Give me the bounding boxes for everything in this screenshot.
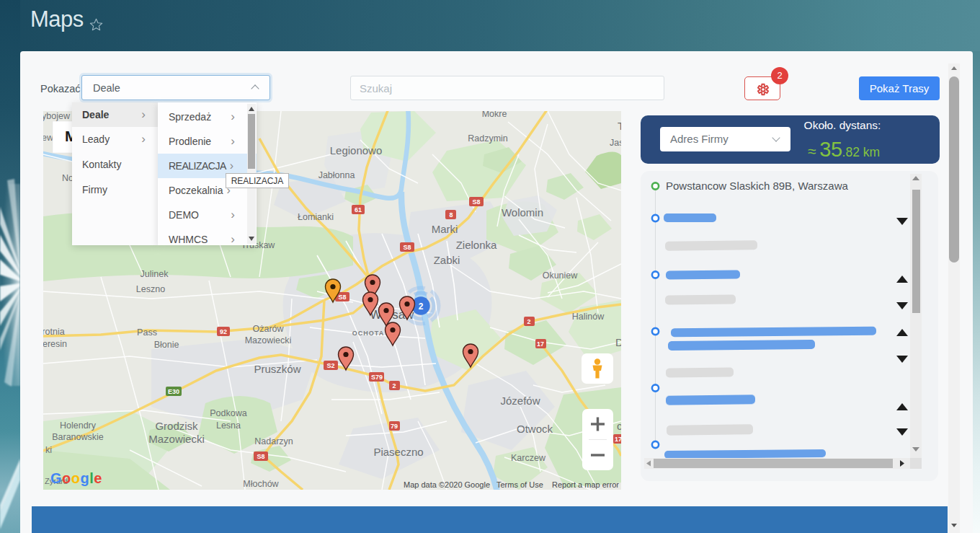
- svg-text:Terms of Use: Terms of Use: [496, 480, 543, 489]
- svg-text:S79: S79: [371, 374, 383, 381]
- svg-text:2: 2: [392, 382, 396, 389]
- svg-text:S8: S8: [338, 294, 346, 301]
- svg-text:T-: T-: [618, 120, 621, 132]
- svg-text:Mokre: Mokre: [482, 111, 507, 119]
- svg-text:Pass: Pass: [137, 327, 157, 338]
- svg-text:E30: E30: [168, 388, 179, 395]
- svg-text:92: 92: [220, 328, 227, 335]
- svg-text:Google: Google: [50, 470, 102, 486]
- svg-text:Grodzisk: Grodzisk: [155, 420, 198, 432]
- svg-text:Zielonka: Zielonka: [456, 239, 497, 251]
- svg-text:8: 8: [449, 211, 453, 219]
- svg-text:Jasien: Jasien: [610, 138, 621, 148]
- svg-text:S2: S2: [326, 362, 334, 369]
- svg-text:Zabki: Zabki: [434, 254, 460, 266]
- svg-text:Report a map error: Report a map error: [552, 480, 619, 489]
- svg-text:Radzymin: Radzymin: [468, 133, 508, 144]
- svg-text:61: 61: [355, 206, 362, 213]
- svg-text:rotnia: rotnia: [43, 327, 65, 337]
- svg-text:ybojew: ybojew: [43, 111, 71, 121]
- svg-text:Baranowskie: Baranowskie: [52, 432, 104, 442]
- svg-text:Karczew: Karczew: [511, 453, 546, 463]
- svg-text:17: 17: [537, 340, 544, 348]
- svg-text:Błonie: Błonie: [154, 340, 179, 350]
- svg-text:Pruszków: Pruszków: [254, 363, 300, 375]
- svg-text:Otwock: Otwock: [517, 423, 553, 435]
- svg-text:ew: ew: [43, 133, 54, 143]
- svg-text:Młochów: Młochów: [243, 479, 279, 489]
- svg-text:Mazowiecki: Mazowiecki: [148, 433, 205, 445]
- svg-text:Halinów: Halinów: [572, 312, 605, 322]
- svg-text:Piaseczno: Piaseczno: [373, 446, 423, 458]
- svg-text:2: 2: [419, 301, 424, 312]
- svg-text:S8: S8: [403, 244, 411, 251]
- svg-text:Holendry: Holendry: [60, 420, 97, 431]
- svg-text:S8: S8: [472, 198, 480, 206]
- svg-text:Julinek: Julinek: [141, 269, 169, 279]
- svg-text:Mazowiecki: Mazowiecki: [245, 335, 292, 345]
- svg-text:Map data ©2020 Google: Map data ©2020 Google: [404, 480, 490, 489]
- svg-text:Dę: Dę: [615, 336, 621, 348]
- svg-text:Nadarzyn: Nadarzyn: [254, 436, 293, 446]
- svg-text:OCHOTA: OCHOTA: [352, 330, 384, 337]
- svg-text:Józefów: Józefów: [500, 395, 540, 407]
- svg-text:2: 2: [527, 318, 530, 325]
- svg-text:Ożarów: Ożarów: [252, 324, 284, 334]
- svg-text:Legionowo: Legionowo: [330, 144, 383, 157]
- svg-text:79: 79: [391, 423, 398, 430]
- svg-text:Wolomin: Wolomin: [502, 206, 543, 219]
- svg-text:Okuniew: Okuniew: [543, 270, 579, 281]
- svg-text:Marki: Marki: [432, 223, 458, 235]
- svg-text:Lesna: Lesna: [216, 420, 241, 431]
- svg-text:S8: S8: [257, 453, 264, 460]
- svg-text:Powstancow Slaskich 89B, Warsz: Powstancow Slaskich 89B, Warszawa: [666, 180, 849, 192]
- svg-text:eresin: eresin: [43, 339, 67, 349]
- svg-text:ki: ki: [45, 445, 52, 455]
- svg-text:Leszno: Leszno: [136, 284, 165, 294]
- svg-text:Łomianki: Łomianki: [298, 212, 334, 222]
- svg-text:17: 17: [615, 436, 621, 443]
- svg-text:Jabłonna: Jabłonna: [318, 170, 355, 180]
- svg-text:Podkowa: Podkowa: [210, 408, 246, 418]
- svg-text:ck: ck: [617, 420, 621, 432]
